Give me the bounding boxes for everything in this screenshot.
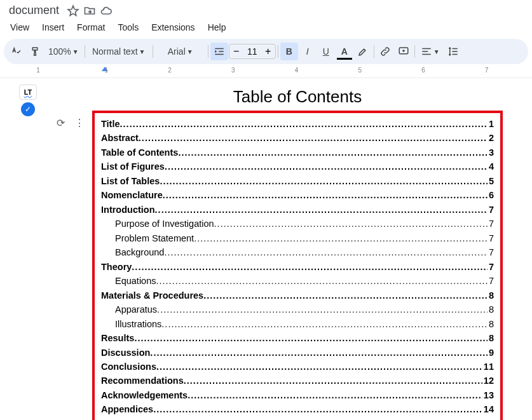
toc-leader-dots <box>178 146 488 159</box>
toc-leader-dots <box>156 274 488 288</box>
toc-entry[interactable]: Nomenclature6 <box>101 188 494 202</box>
toc-entry[interactable]: Acknowledgements13 <box>101 388 494 402</box>
insert-comment-button[interactable] <box>395 43 413 60</box>
toc-entry[interactable]: Appendices14 <box>101 402 494 416</box>
menu-insert[interactable]: Insert <box>37 20 69 35</box>
toc-entry[interactable]: Abstract2 <box>101 131 494 145</box>
language-tool-icon[interactable]: LT <box>19 85 37 100</box>
toc-label: Background <box>115 245 164 259</box>
toc-label: Recommendations <box>101 374 184 388</box>
toc-entry[interactable]: Recommendations12 <box>101 374 494 388</box>
menu-format[interactable]: Format <box>72 20 110 35</box>
paint-format-button[interactable] <box>26 43 44 60</box>
insert-link-button[interactable] <box>376 43 394 60</box>
star-icon[interactable] <box>67 4 79 17</box>
toc-leader-dots <box>153 402 482 416</box>
toc-page-number: 8 <box>488 288 494 302</box>
menu-help[interactable]: Help <box>203 20 231 35</box>
menu-extensions[interactable]: Extensions <box>146 20 200 35</box>
decrease-indent-button[interactable] <box>210 43 228 60</box>
toc-leader-dots <box>188 388 482 402</box>
toc-entry[interactable]: Materials & Procedures8 <box>101 288 494 302</box>
toc-leader-dots <box>194 231 488 245</box>
toc-page-number: 7 <box>488 260 494 274</box>
font-size-value[interactable]: 11 <box>243 46 261 57</box>
table-of-contents: Title1Abstract2Table of Contents3List of… <box>92 111 503 420</box>
underline-button[interactable]: U <box>317 43 335 60</box>
check-badge-icon[interactable]: ✓ <box>21 102 35 116</box>
toc-label: List of Figures <box>101 159 165 173</box>
toc-leader-dots <box>139 131 488 145</box>
separator <box>374 45 374 58</box>
cloud-status-icon[interactable] <box>100 4 113 17</box>
toc-label: Abstract <box>101 131 139 145</box>
toc-entry[interactable]: Bibliography17 <box>101 417 494 420</box>
toc-label: Equations <box>115 274 156 288</box>
toc-label: Apparatus <box>115 302 157 316</box>
toc-entry[interactable]: Results8 <box>101 331 494 345</box>
align-dropdown[interactable]: ▼ <box>417 43 444 60</box>
toc-entry[interactable]: Background7 <box>101 245 494 259</box>
toc-entry[interactable]: Problem Statement7 <box>101 231 494 245</box>
toc-entry[interactable]: Illustrations8 <box>101 317 494 331</box>
toc-entry[interactable]: List of Figures4 <box>101 159 494 173</box>
toc-label: Appendices <box>101 402 153 416</box>
toc-leader-dots <box>165 159 488 173</box>
toc-page-number: 1 <box>488 117 494 131</box>
menu-view[interactable]: View <box>5 20 34 35</box>
refresh-outline-button[interactable]: ⟳ <box>54 116 67 129</box>
paragraph-style-dropdown[interactable]: Normal text▼ <box>87 43 151 60</box>
toc-leader-dots <box>184 374 482 388</box>
toc-leader-dots <box>156 360 482 374</box>
outline-menu-button[interactable]: ⋮ <box>73 116 86 129</box>
text-color-button[interactable]: A <box>336 43 353 60</box>
toc-page-number: 7 <box>488 231 494 245</box>
toc-leader-dots <box>214 217 488 231</box>
toc-label: Illustrations <box>115 317 161 331</box>
toc-entry[interactable]: Table of Contents3 <box>101 146 494 159</box>
toc-label: Nomenclature <box>101 188 163 202</box>
toc-page-number: 3 <box>488 146 494 159</box>
toc-leader-dots <box>150 346 488 360</box>
toc-leader-dots <box>120 117 488 131</box>
document-name[interactable]: document <box>5 3 63 18</box>
toc-page-number: 8 <box>488 302 494 316</box>
toc-entry[interactable]: Conclusions11 <box>101 360 494 374</box>
toc-entry[interactable]: Purpose of Investigation7 <box>101 217 494 231</box>
toc-label: Table of Contents <box>101 146 178 159</box>
toc-entry[interactable]: List of Tables5 <box>101 174 494 188</box>
toc-leader-dots <box>155 203 488 217</box>
ruler[interactable]: 1 1 2 3 4 5 6 7 <box>0 65 532 78</box>
toc-label: Title <box>101 117 120 131</box>
document-page[interactable]: Table of Contents Title1Abstract2Table o… <box>92 78 503 420</box>
toc-page-number: 5 <box>488 174 494 188</box>
toc-label: Problem Statement <box>115 231 194 245</box>
toc-entry[interactable]: Theory7 <box>101 260 494 274</box>
font-size-control: − 11 + <box>229 44 276 59</box>
move-folder-icon[interactable] <box>83 4 96 17</box>
toc-leader-dots <box>160 174 488 188</box>
toc-page-number: 8 <box>488 317 494 331</box>
italic-button[interactable]: I <box>299 43 317 60</box>
font-size-decrease[interactable]: − <box>229 46 243 57</box>
font-size-increase[interactable]: + <box>261 46 275 57</box>
zoom-dropdown[interactable]: 100%▼ <box>44 43 83 60</box>
line-spacing-button[interactable] <box>444 43 462 60</box>
toc-entry[interactable]: Discussion9 <box>101 346 494 360</box>
toc-entry[interactable]: Introduction7 <box>101 203 494 217</box>
toc-leader-dots <box>134 331 488 345</box>
toc-label: Materials & Procedures <box>101 288 203 302</box>
bold-button[interactable]: B <box>280 43 298 60</box>
separator <box>414 45 415 58</box>
highlight-button[interactable] <box>354 43 372 60</box>
toc-leader-dots <box>161 317 488 331</box>
font-dropdown[interactable]: Arial▼ <box>155 43 206 60</box>
spellcheck-button[interactable] <box>8 43 25 60</box>
menu-tools[interactable]: Tools <box>113 20 144 35</box>
toc-label: Purpose of Investigation <box>115 217 214 231</box>
toc-entry[interactable]: Apparatus8 <box>101 302 494 316</box>
toc-entry[interactable]: Equations7 <box>101 274 494 288</box>
toc-entry[interactable]: Title1 <box>101 117 494 131</box>
toc-leader-dots <box>164 245 488 259</box>
toc-page-number: 7 <box>488 203 494 217</box>
